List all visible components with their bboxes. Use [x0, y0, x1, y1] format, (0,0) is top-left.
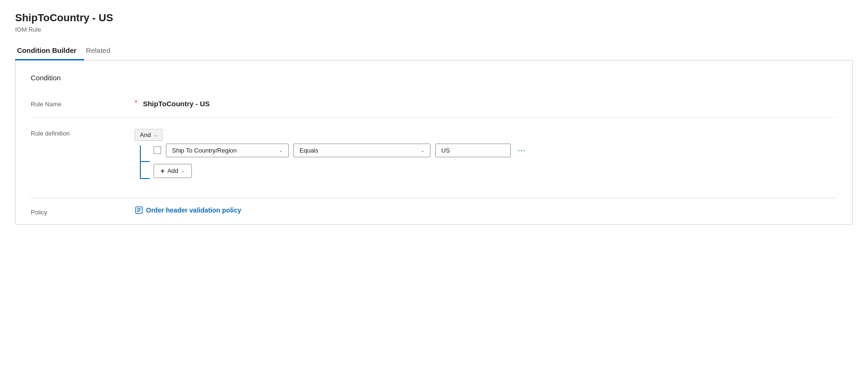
tree-container: Ship To Country/Region ⌄ Equals ⌄: [135, 144, 526, 188]
condition-checkbox[interactable]: [154, 146, 161, 154]
add-condition-button[interactable]: + Add ⌄: [154, 164, 192, 178]
page-title: ShipToCountry - US: [15, 11, 853, 25]
condition-value-input[interactable]: [435, 144, 511, 157]
and-operator-label: And: [140, 131, 151, 138]
and-operator-chevron-icon: ⌄: [154, 132, 157, 137]
add-label: Add: [167, 167, 178, 174]
add-chevron-icon: ⌄: [181, 168, 185, 173]
rule-name-row: Rule Name * ShipToCountry - US: [31, 91, 837, 118]
policy-link-text: Order header validation policy: [146, 206, 241, 214]
svg-rect-6: [137, 211, 139, 212]
and-operator-dropdown[interactable]: And ⌄: [135, 129, 163, 141]
policy-label: Policy: [31, 206, 135, 216]
add-button-row: + Add ⌄: [154, 164, 526, 178]
policy-icon: [135, 206, 143, 214]
rule-definition-area: And ⌄: [135, 127, 526, 188]
field-select-value: Ship To Country/Region: [172, 147, 237, 154]
policy-field: Order header validation policy: [135, 206, 837, 214]
page-subtitle: IOM Rule: [15, 26, 853, 33]
operator-select-value: Equals: [300, 147, 318, 154]
field-select-chevron-icon: ⌄: [279, 148, 283, 153]
rule-name-field: * ShipToCountry - US: [135, 98, 837, 108]
svg-rect-5: [137, 210, 141, 211]
policy-row: Policy Order header validation policy: [31, 198, 837, 224]
svg-rect-4: [137, 208, 141, 209]
more-options-button[interactable]: ⋯: [517, 145, 526, 155]
tree-lines-svg: [135, 145, 154, 188]
operator-select[interactable]: Equals ⌄: [293, 144, 430, 157]
add-plus-icon: +: [161, 167, 164, 175]
tree-content: Ship To Country/Region ⌄ Equals ⌄: [154, 144, 526, 188]
rule-definition-label: Rule definition: [31, 127, 135, 137]
tabs-bar: Condition Builder Related: [15, 42, 853, 60]
tab-condition-builder[interactable]: Condition Builder: [15, 42, 84, 60]
required-indicator: *: [135, 99, 137, 106]
section-label: Condition: [31, 74, 837, 82]
rule-name-label: Rule Name: [31, 98, 135, 108]
operator-select-chevron-icon: ⌄: [421, 148, 424, 153]
policy-link[interactable]: Order header validation policy: [135, 206, 241, 214]
content-area: Condition Rule Name * ShipToCountry - US…: [15, 60, 853, 225]
rule-definition-field: And ⌄: [135, 127, 837, 188]
page-header: ShipToCountry - US IOM Rule: [15, 11, 853, 33]
condition-item-row: Ship To Country/Region ⌄ Equals ⌄: [154, 144, 526, 157]
field-select[interactable]: Ship To Country/Region ⌄: [166, 144, 289, 157]
rule-name-value: ShipToCountry - US: [143, 98, 209, 108]
tab-related[interactable]: Related: [84, 42, 118, 60]
rule-definition-row: Rule definition And ⌄: [31, 118, 837, 198]
page-container: ShipToCountry - US IOM Rule Condition Bu…: [0, 0, 868, 236]
